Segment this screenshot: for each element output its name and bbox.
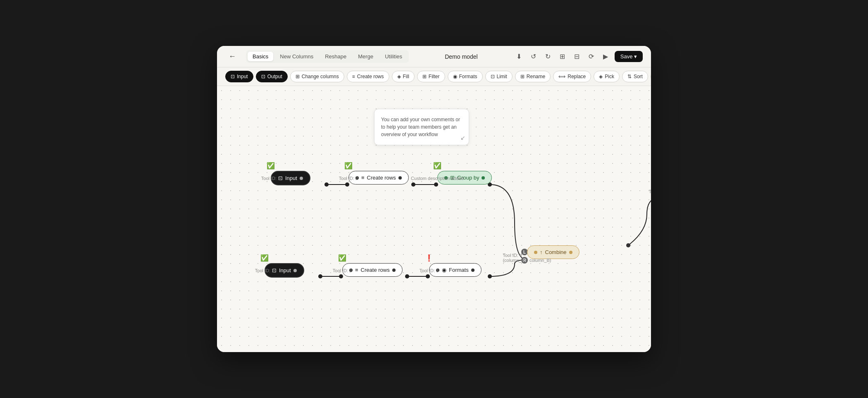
create-rows-bottom-right-dot	[392, 269, 396, 272]
play-button[interactable]: ▶	[601, 51, 610, 62]
change-columns-icon: ⊞	[296, 74, 300, 79]
tool-limit[interactable]: ⊡ Limit	[485, 71, 513, 82]
sort-icon: ⇅	[627, 74, 632, 79]
limit-icon: ⊡	[491, 74, 495, 79]
input-top-label: Input	[285, 175, 297, 181]
input-top-status: ✅	[267, 162, 275, 170]
svg-point-14	[626, 243, 630, 247]
tool-input[interactable]: ⊡ Input	[225, 71, 253, 82]
input-top-dot	[300, 177, 303, 180]
formats-icon: ◉	[453, 74, 457, 79]
app-container: ← Basics New Columns Reshape Merge Utili…	[217, 46, 651, 352]
grid-button[interactable]: ⊟	[572, 51, 582, 62]
create-rows-top-status: ✅	[344, 162, 353, 170]
svg-point-11	[405, 274, 409, 278]
top-actions: ⬇ ↺ ↻ ⊞ ⊟ ⟳ ▶ Save ▾	[514, 51, 643, 62]
tool-rename[interactable]: ⊞ Rename	[515, 71, 551, 82]
tool-fill[interactable]: ◈ Fill	[392, 71, 415, 82]
input-bottom-tool-id: Tool ID: 1	[255, 268, 274, 273]
input-bottom-label: Input	[279, 267, 291, 273]
nav-tab-merge[interactable]: Merge	[353, 52, 378, 61]
download-button[interactable]: ⬇	[514, 51, 524, 62]
create-rows-bottom-tool-id: Tool ID: 2	[333, 268, 352, 273]
create-rows-top-icon: ≡	[361, 175, 365, 181]
svg-point-4	[324, 182, 329, 187]
comment-text: You can add your own comments or to help…	[381, 117, 460, 137]
create-rows-icon: ≡	[352, 74, 355, 79]
input-bottom-status: ✅	[260, 254, 269, 262]
formats-tool-id: Tool ID: 3	[420, 268, 439, 273]
canvas[interactable]: You can add your own comments or to help…	[217, 86, 651, 352]
svg-point-7	[434, 182, 438, 187]
filter-icon: ⊞	[422, 74, 427, 79]
back-button[interactable]: ←	[225, 50, 239, 62]
create-rows-bottom-status: ✅	[338, 254, 346, 262]
tool-formats[interactable]: ◉ Formats	[448, 71, 483, 82]
combine-right-dot	[569, 251, 572, 254]
create-rows-top-label: Create rows	[367, 175, 396, 181]
formats-icon: ◉	[442, 267, 446, 273]
group-by-right-dot	[482, 176, 485, 180]
svg-point-6	[411, 182, 415, 187]
comment-box[interactable]: You can add your own comments or to help…	[374, 109, 469, 145]
output-icon: ⊡	[261, 74, 265, 79]
pick-icon: ◈	[599, 74, 603, 79]
svg-point-12	[426, 274, 430, 278]
nav-tab-utilities[interactable]: Utilities	[380, 52, 407, 61]
input-bottom-dot	[293, 269, 297, 272]
tool-change-columns[interactable]: ⊞ Change columns	[290, 71, 344, 82]
create-rows-bottom-icon: ≡	[355, 267, 358, 273]
tool-sort[interactable]: ⇅ Sort	[622, 71, 648, 82]
formats-right-dot	[471, 269, 475, 272]
tool-create-rows[interactable]: ≡ Create rows	[347, 71, 389, 82]
tool-output[interactable]: ⊡ Output	[256, 71, 288, 82]
svg-point-9	[318, 274, 322, 278]
rename-icon: ⊞	[520, 74, 525, 79]
nav-tab-reshape[interactable]: Reshape	[320, 52, 351, 61]
calculate-tool-id: Tool ID: 5	[649, 189, 651, 194]
save-button[interactable]: Save ▾	[615, 51, 643, 62]
create-rows-top-tool-id: Tool ID: 2	[339, 176, 358, 181]
input-icon: ⊡	[231, 74, 235, 79]
top-bar: ← Basics New Columns Reshape Merge Utili…	[217, 46, 651, 67]
create-rows-top-right-dot	[398, 176, 402, 180]
nav-tab-basics[interactable]: Basics	[248, 52, 273, 61]
tool-filter[interactable]: ⊞ Filter	[417, 71, 445, 82]
create-rows-bottom-label: Create rows	[361, 267, 390, 273]
layout-button[interactable]: ⊞	[557, 51, 568, 62]
group-by-status: ✅	[433, 162, 441, 170]
nav-tab-new-columns[interactable]: New Columns	[275, 52, 318, 61]
svg-point-10	[339, 274, 343, 278]
fill-icon: ◈	[397, 74, 401, 79]
formats-label: Formats	[449, 267, 469, 273]
tool-pick[interactable]: ◈ Pick	[594, 71, 620, 82]
comment-cursor: ↙	[460, 134, 465, 142]
nav-tabs: Basics New Columns Reshape Merge Utiliti…	[246, 50, 409, 63]
tool-transform[interactable]: ⊟ Transform	[651, 71, 651, 82]
redo-button[interactable]: ↻	[543, 51, 553, 62]
replace-icon: ⟺	[558, 74, 565, 79]
tool-replace[interactable]: ⟺ Replace	[553, 71, 591, 82]
undo-button[interactable]: ↺	[528, 51, 539, 62]
formats-status: ❗	[425, 254, 433, 262]
group-by-custom-desc: Custom description added	[411, 176, 464, 181]
input-top-tool-id: Tool ID: 1	[261, 176, 280, 181]
refresh-button[interactable]: ⟳	[586, 51, 596, 62]
svg-point-5	[345, 182, 349, 187]
svg-point-13	[488, 274, 492, 278]
model-title: Demo model	[415, 53, 507, 60]
combine-tool-id: Tool ID: 4(column_A = column_B)	[503, 253, 551, 263]
toolbar: ⊡ Input ⊡ Output ⊞ Change columns ≡ Crea…	[217, 67, 651, 86]
